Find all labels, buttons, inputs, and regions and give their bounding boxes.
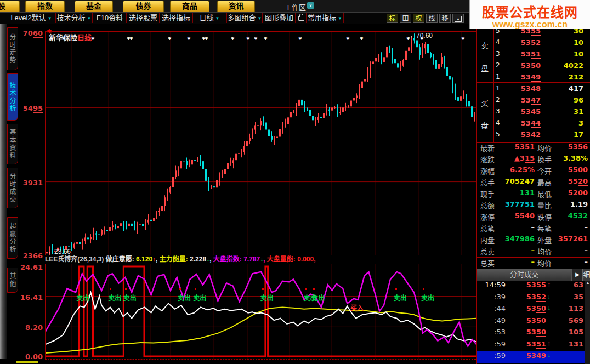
order-volume: 10 [543, 38, 583, 47]
top-tab-债券[interactable]: 债券 [123, 1, 164, 12]
top-tab-指数[interactable]: 指数 [25, 1, 65, 12]
top-tab-基金[interactable]: 基金 [75, 1, 113, 12]
divider [477, 246, 590, 246]
order-volume: 417 [543, 84, 583, 93]
tick-row[interactable]: :445350↓113 [477, 304, 585, 316]
tick-volume: 569 [553, 316, 583, 325]
indicator-title-part: 大盘指数: [213, 255, 243, 263]
sidebar-tab-分时成交[interactable]: 分时成交 [7, 168, 18, 208]
tick-time: :59 [479, 340, 506, 348]
detail-button[interactable]: 细 [582, 269, 590, 281]
toolbar-item-技术分析[interactable]: 技术分析▼ [55, 13, 93, 23]
sidebar-tab-超赢分析[interactable]: 超赢分析 [7, 217, 18, 259]
level-number: 4 [496, 119, 500, 127]
tick-price: 5349 [513, 351, 546, 360]
toolbar-item-F10资料[interactable]: F10资料 [92, 13, 127, 23]
scroll-up-icon[interactable]: ▲ [586, 281, 590, 285]
signal-asterisk-icon: ✱ [62, 36, 66, 41]
sell-signal-label: 卖出 [193, 293, 206, 302]
indicator-chart[interactable]: 卖出卖出卖出卖出卖出卖出卖出卖出卖出卖出买入 [45, 264, 477, 359]
quote-value: 5200 [555, 189, 588, 197]
order-price: 5342 [506, 130, 541, 139]
chart-tool-button-标[interactable]: 标 [387, 14, 398, 23]
signal-asterisk-icon: ✱ [205, 36, 208, 41]
signal-asterisk-icon: ✱ [246, 36, 250, 41]
sidebar-tab-分时走势[interactable]: 分时走势 [7, 27, 18, 70]
order-price: 5351 [506, 50, 541, 58]
tick-scrollbar[interactable]: ▲ [585, 281, 590, 364]
toolbar-item-多图组合[interactable]: 多图组合▼ [226, 13, 263, 23]
quote-label: 均价 [537, 258, 552, 268]
buy-side-label: 盘 [481, 120, 489, 131]
quote-value: – [555, 223, 588, 231]
signal-asterisk-icon: ✱ [187, 36, 191, 41]
signal-asterisk-icon: ✱ [264, 36, 268, 41]
quote-label: 均价 [537, 143, 552, 153]
quote-label: 今开 [537, 166, 552, 176]
quote-label: 最低 [537, 189, 552, 199]
toolbar-item-选择股票[interactable]: 选择股票 [126, 13, 160, 23]
low-price-note: ←23.66 [48, 248, 71, 255]
sell-side-label: 盘 [481, 62, 489, 73]
signal-dot [262, 288, 264, 290]
order-price: 5350 [506, 61, 541, 70]
quote-value: 131 [502, 189, 535, 197]
quote-value: 5356 [555, 143, 588, 151]
signal-dot [313, 288, 315, 290]
workspace-dropdown-icon[interactable]: ∨ [307, 2, 314, 9]
tick-row[interactable]: :595351↑131 [477, 340, 585, 351]
sidebar-tab-基本资料[interactable]: 基本资料 [7, 124, 18, 164]
top-tab-资讯[interactable]: 资讯 [217, 1, 255, 12]
order-volume: 31 [543, 107, 583, 116]
tick-price: 5355 [513, 281, 546, 289]
toolbar-item-常用指标[interactable]: 常用指标▼ [306, 13, 344, 23]
tick-row[interactable]: :395352↓35 [477, 293, 585, 304]
toolbox-button[interactable]: ▲ [452, 14, 464, 23]
quote-value: 377751 [502, 200, 535, 208]
toolbar-item-Level2默认[interactable]: Level2默认▼ [7, 13, 56, 23]
workspace-label[interactable]: 工作区 [285, 2, 306, 12]
top-tab-商品[interactable]: 商品 [170, 1, 209, 12]
quote-value: 705247 [502, 177, 535, 185]
sidebar-tab-技术分析[interactable]: 技术分析 [7, 73, 18, 121]
sell-signal-label: 卖出 [260, 293, 274, 302]
tick-row[interactable]: :535350105 [477, 328, 585, 339]
toolbar-item-图形叠加[interactable]: 图形叠加 [262, 13, 296, 23]
top-tab-partial[interactable]: 股 [0, 1, 20, 12]
candlestick-chart[interactable]: ✱ 新华保险日线 ←70.60 ←23.66 ✱✱✱✱✱✱✱✱✱✱✱✱✱✱✱✱✱… [45, 31, 477, 257]
sell-signal-label: 卖出 [108, 293, 121, 302]
lock-icon[interactable] [295, 13, 307, 23]
toolbar-item-选择指标[interactable]: 选择指标 [159, 13, 193, 23]
chart-tool-button-移[interactable]: 移 [439, 14, 451, 23]
sidebar-tab-其他[interactable]: 其他 [7, 268, 18, 293]
toolbar-item-日线[interactable]: 日线▼ [192, 13, 227, 23]
tick-volume: 105 [553, 328, 583, 336]
chart-tool-button-权[interactable]: 权 [413, 14, 424, 23]
signal-dot [423, 288, 424, 290]
quote-value: – [502, 246, 535, 254]
signal-dot [305, 288, 307, 290]
indicator-title-part: 做庄意愿: [106, 255, 136, 263]
expand-button[interactable]: ▶ [571, 269, 583, 281]
indicator-title-part: , [156, 255, 160, 263]
order-volume: 4022 [543, 61, 583, 70]
buy-side-label: 买 [481, 97, 489, 108]
order-price: 5348 [506, 84, 541, 93]
price-axis-label: 2366 [19, 252, 43, 260]
price-axis-label: 7060 [19, 29, 43, 37]
down-arrow-icon: ↓ [547, 293, 551, 300]
tick-row[interactable]: :495350569 [477, 316, 585, 328]
sell-signal-label: 卖出 [123, 293, 137, 302]
quote-label: 外盘 [537, 235, 552, 245]
quote-value: 5540 [502, 212, 535, 220]
tick-row[interactable]: 14:595355↑63 [477, 281, 585, 292]
level-number: 3 [496, 107, 500, 115]
up-arrow-icon: ↑ [547, 340, 551, 348]
tick-time: :53 [479, 328, 506, 336]
ad-banner[interactable]: 股票公式在线网 www.gszx.com.cn [469, 0, 590, 29]
order-volume: 17 [543, 130, 583, 139]
tick-row[interactable]: :595349↓ [477, 351, 585, 363]
chart-tool-button-田[interactable]: 田 [400, 14, 411, 23]
chart-tool-button-线[interactable]: 线 [426, 14, 438, 23]
quote-label: 总笔 [480, 223, 495, 234]
